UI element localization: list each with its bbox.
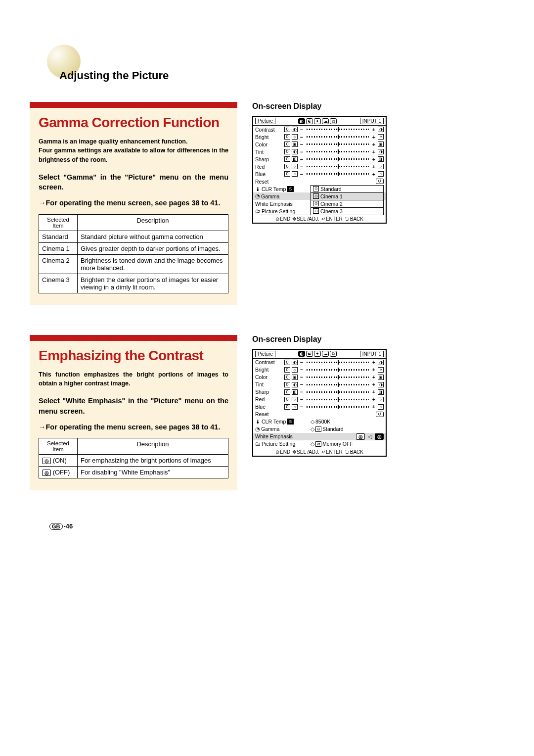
tab-icon: ⧉ xyxy=(330,118,337,124)
osd-tab-icons: ◐☯✦☁⧉ xyxy=(298,118,337,124)
bright-plus-icon: ☀ xyxy=(378,367,384,373)
emphasis-on-icon: ◎ xyxy=(42,458,51,464)
osd-slider-row: Bright0☼−+☀ xyxy=(253,366,386,374)
osd-panel-contrast: Picture ◐☯✦☁⧉ INPUT 1 Contrast0◐−+◑ Brig… xyxy=(252,349,387,457)
tint-plus-icon: ◑ xyxy=(378,149,384,154)
intro-text: This function emphasizes the bright port… xyxy=(39,370,228,388)
osd-reset-row: Reset↺ xyxy=(253,411,386,418)
diamond-icon xyxy=(311,441,314,447)
red-plus-icon: ○ xyxy=(378,397,384,402)
osd-footer: ⊝END ✥SEL /ADJ. ↵ENTER ⮌BACK xyxy=(253,448,386,456)
thermometer-icon: 🌡 xyxy=(255,419,261,425)
contrast-minus-icon: ◐ xyxy=(292,127,298,132)
table-row: Cinema 1Gives greater depth to darker po… xyxy=(39,242,228,254)
osd-panel-gamma: Picture ◐☯✦☁⧉ INPUT 1 Contrast0◐−+◑ Brig… xyxy=(252,116,387,224)
osd-tab-icons: ◐☯✦☁⧉ xyxy=(298,351,337,357)
osd-slider-row: Tint0◐−+◑ xyxy=(253,381,386,388)
osd-reset-row: Reset↺ xyxy=(253,178,386,185)
color-plus-icon: ▣ xyxy=(378,375,384,380)
section-title: Emphasizing the Contrast xyxy=(39,348,228,363)
sharp-minus-icon: ◧ xyxy=(292,389,298,395)
emphasis-off-icon: ◎ xyxy=(356,433,365,440)
standard-icon: ⊙ xyxy=(315,426,321,432)
table-row: Cinema 2Brightness is toned down and the… xyxy=(39,254,228,274)
cinema-icon: ⊙ xyxy=(313,193,319,199)
th-selected: Selected Item xyxy=(39,214,78,231)
th-desc: Description xyxy=(78,438,228,455)
page-title: Adjusting the Picture xyxy=(59,69,504,82)
left-column: Gamma Correction Function Gamma is an im… xyxy=(30,102,237,305)
osd-heading: On-screen Display xyxy=(252,335,504,344)
instruction-select: Select "White Emphasis" in the "Picture"… xyxy=(39,396,228,416)
tab-icon: ☯ xyxy=(306,351,313,357)
osd-white-emphasis-row: White Emphasis ⊙Cinema 2 xyxy=(253,200,386,207)
osd-input-badge: INPUT 1 xyxy=(360,118,384,124)
osd-footer: ⊝END ✥SEL /ADJ. ↵ENTER ⮌BACK xyxy=(253,215,386,223)
th-desc: Description xyxy=(78,214,228,231)
instruction-ref: For operating the menu screen, see pages… xyxy=(39,198,228,208)
picture-setting-icon: 🗂 xyxy=(255,441,261,447)
right-column: On-screen Display Picture ◐☯✦☁⧉ INPUT 1 … xyxy=(252,335,504,491)
tab-icon: ☯ xyxy=(306,118,313,124)
osd-picture-setting-row: 🗂Picture Setting ⊙Cinema 3 xyxy=(253,207,386,215)
blue-plus-icon: ○ xyxy=(378,404,384,410)
picture-setting-icon: 🗂 xyxy=(255,208,261,214)
tab-icon: ☁ xyxy=(322,351,329,357)
osd-slider-row: Blue0○−+○ xyxy=(253,403,386,411)
osd-topbar: Picture ◐☯✦☁⧉ INPUT 1 xyxy=(253,117,386,126)
table-row: ◎ (OFF)For disabling "White Emphasis" xyxy=(39,467,228,478)
osd-clrtemp-row: 🌡CLR Temp5 ⊙Standard xyxy=(253,185,386,192)
bright-minus-icon: ☼ xyxy=(292,134,298,140)
gamma-icon: ◔ xyxy=(255,426,260,432)
blue-minus-icon: ○ xyxy=(292,404,298,410)
osd-slider-row: Red0○−+○ xyxy=(253,163,386,170)
color-minus-icon: ▣ xyxy=(292,142,298,147)
sharp-plus-icon: ◨ xyxy=(378,389,384,395)
red-plus-icon: ○ xyxy=(378,164,384,169)
tab-icon: ◐ xyxy=(298,118,305,124)
blue-plus-icon: ○ xyxy=(378,171,384,177)
contrast-plus-icon: ◑ xyxy=(378,127,384,132)
emphasis-table: Selected Item Description ◎ (ON)For emph… xyxy=(39,438,228,478)
red-minus-icon: ○ xyxy=(292,397,298,402)
osd-tab-picture: Picture xyxy=(255,351,275,357)
osd-clrtemp-row: 🌡CLR Temp5 8500K xyxy=(253,418,386,425)
osd-input-badge: INPUT 1 xyxy=(360,351,384,357)
table-row: ◎ (ON)For emphasizing the bright portion… xyxy=(39,455,228,467)
gamma-icon: ◔ xyxy=(255,193,260,199)
osd-slider-row: Red0○−+○ xyxy=(253,396,386,403)
contrast-plus-icon: ◑ xyxy=(378,360,384,365)
tab-icon: ◐ xyxy=(298,351,305,357)
red-minus-icon: ○ xyxy=(292,164,298,169)
tint-plus-icon: ◑ xyxy=(378,382,384,387)
tint-minus-icon: ◐ xyxy=(292,149,298,154)
bright-minus-icon: ☼ xyxy=(292,367,298,373)
osd-slider-row: Color0▣−+▣ xyxy=(253,374,386,381)
tab-icon: ☁ xyxy=(322,118,329,124)
tab-icon: ✦ xyxy=(314,351,321,357)
osd-slider-row: Bright0☼−+☀ xyxy=(253,133,386,141)
osd-slider-row: Contrast0◐−+◑ xyxy=(253,126,386,133)
osd-gamma-row: ◔Gamma ⊙Cinema 1 xyxy=(253,192,386,200)
reset-icon: ↺ xyxy=(376,179,384,184)
instruction-select: Select "Gamma" in the "Picture" menu on … xyxy=(39,172,228,192)
osd-slider-row: Blue0○−+○ xyxy=(253,170,386,178)
page: Adjusting the Picture Gamma Correction F… xyxy=(0,0,534,550)
th-selected: Selected Item xyxy=(39,438,78,455)
cinema-icon: ⊙ xyxy=(313,201,319,206)
section-gamma: Gamma Correction Function Gamma is an im… xyxy=(30,102,504,305)
osd-gamma-row: ◔Gamma ⊙Standard xyxy=(253,425,386,433)
osd-white-emphasis-row: White Emphasis ◎ ◁ ◎ xyxy=(253,433,386,440)
standard-icon: ⊙ xyxy=(313,186,319,191)
osd-topbar: Picture ◐☯✦☁⧉ INPUT 1 xyxy=(253,350,386,359)
left-column: Emphasizing the Contrast This function e… xyxy=(30,335,237,491)
right-column: On-screen Display Picture ◐☯✦☁⧉ INPUT 1 … xyxy=(252,102,504,305)
instruction-ref: For operating the menu screen, see pages… xyxy=(39,422,228,432)
reset-icon: ↺ xyxy=(376,412,384,417)
table-row: StandardStandard picture without gamma c… xyxy=(39,231,228,242)
tab-icon: ⧉ xyxy=(330,351,337,357)
thermometer-icon: 🌡 xyxy=(255,186,261,192)
sharp-minus-icon: ◧ xyxy=(292,156,298,162)
table-row: Cinema 3Brighten the darker portions of … xyxy=(39,274,228,293)
osd-slider-row: Sharp0◧−+◨ xyxy=(253,155,386,163)
